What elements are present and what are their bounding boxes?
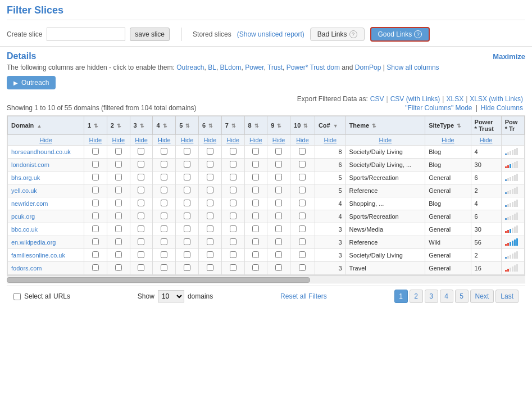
col-domain[interactable]: Domain ▲ — [8, 116, 84, 135]
checkbox-cell[interactable] — [198, 249, 221, 262]
checkbox-cell[interactable] — [221, 210, 244, 223]
domain-link[interactable]: en.wikipedia.org — [11, 239, 56, 246]
horizontal-scrollbar[interactable] — [7, 276, 525, 283]
show-domains-select[interactable]: 10 25 50 100 — [158, 290, 184, 302]
domain-link[interactable]: fodors.com — [11, 265, 42, 272]
checkbox-cell[interactable] — [290, 171, 315, 184]
good-links-button[interactable]: Good Links ? — [370, 27, 430, 42]
export-xlsx-links-link[interactable]: XLSX (with Links) — [470, 95, 523, 103]
hide-col-2[interactable]: Hide — [111, 137, 126, 143]
page-5-button[interactable]: 5 — [455, 290, 469, 303]
hide-col-theme[interactable]: Hide — [349, 137, 422, 143]
col-theme[interactable]: Theme ⇅ — [345, 116, 425, 135]
col-3[interactable]: 3 ⇅ — [130, 116, 153, 135]
checkbox-cell[interactable] — [107, 184, 130, 197]
page-3-button[interactable]: 3 — [425, 290, 438, 303]
checkbox-cell[interactable] — [153, 223, 176, 236]
checkbox-cell[interactable] — [267, 197, 290, 210]
checkbox-cell[interactable] — [176, 197, 199, 210]
checkbox-cell[interactable] — [244, 184, 267, 197]
checkbox-cell[interactable] — [198, 184, 221, 197]
save-slice-button[interactable]: save slice — [130, 28, 170, 41]
checkbox-cell[interactable] — [176, 236, 199, 249]
checkbox-cell[interactable] — [176, 184, 199, 197]
checkbox-cell[interactable] — [267, 171, 290, 184]
checkbox-cell[interactable] — [244, 159, 267, 171]
col-7[interactable]: 7 ⇅ — [221, 116, 244, 135]
hide-col-1[interactable]: Hide — [88, 137, 103, 143]
checkbox-cell[interactable] — [244, 197, 267, 210]
checkbox-cell[interactable] — [130, 210, 153, 223]
hide-col-power[interactable]: Hide — [475, 137, 498, 143]
bl-link[interactable]: BL — [208, 64, 216, 71]
checkbox-cell[interactable] — [107, 236, 130, 249]
hide-columns-link[interactable]: Hide Columns — [481, 104, 523, 112]
checkbox-cell[interactable] — [221, 249, 244, 262]
col-8[interactable]: 8 ⇅ — [244, 116, 267, 135]
checkbox-cell[interactable] — [221, 146, 244, 159]
checkbox-cell[interactable] — [84, 210, 107, 223]
hide-col-7[interactable]: Hide — [225, 137, 241, 143]
checkbox-cell[interactable] — [244, 146, 267, 159]
checkbox-cell[interactable] — [221, 236, 244, 249]
checkbox-cell[interactable] — [176, 146, 199, 159]
hide-col-sitetype[interactable]: Hide — [429, 137, 467, 143]
col-co[interactable]: Co# ▼ — [315, 116, 345, 135]
outreach-link[interactable]: Outreach — [176, 64, 204, 71]
checkbox-cell[interactable] — [244, 210, 267, 223]
checkbox-cell[interactable] — [107, 210, 130, 223]
hide-col-10[interactable]: Hide — [294, 137, 311, 143]
checkbox-cell[interactable] — [198, 210, 221, 223]
checkbox-cell[interactable] — [198, 197, 221, 210]
checkbox-cell[interactable] — [221, 197, 244, 210]
checkbox-cell[interactable] — [290, 146, 315, 159]
next-button[interactable]: Next — [470, 290, 494, 303]
checkbox-cell[interactable] — [130, 197, 153, 210]
checkbox-cell[interactable] — [130, 146, 153, 159]
checkbox-cell[interactable] — [130, 171, 153, 184]
checkbox-cell[interactable] — [130, 249, 153, 262]
col-1[interactable]: 1 ⇅ — [84, 116, 107, 135]
checkbox-cell[interactable] — [244, 223, 267, 236]
hide-col-3[interactable]: Hide — [134, 137, 149, 143]
checkbox-cell[interactable] — [176, 249, 199, 262]
trust-link[interactable]: Trust — [267, 64, 283, 71]
checkbox-cell[interactable] — [221, 159, 244, 171]
checkbox-cell[interactable] — [153, 236, 176, 249]
checkbox-cell[interactable] — [130, 184, 153, 197]
col-5[interactable]: 5 ⇅ — [176, 116, 199, 135]
hide-col-8[interactable]: Hide — [248, 137, 264, 143]
domain-link[interactable]: londonist.com — [11, 161, 49, 168]
checkbox-cell[interactable] — [130, 262, 153, 275]
checkbox-cell[interactable] — [198, 146, 221, 159]
checkbox-cell[interactable] — [107, 171, 130, 184]
checkbox-cell[interactable] — [176, 171, 199, 184]
checkbox-cell[interactable] — [153, 184, 176, 197]
checkbox-cell[interactable] — [290, 184, 315, 197]
checkbox-cell[interactable] — [153, 159, 176, 171]
checkbox-cell[interactable] — [244, 262, 267, 275]
checkbox-cell[interactable] — [107, 223, 130, 236]
checkbox-cell[interactable] — [267, 262, 290, 275]
checkbox-cell[interactable] — [244, 249, 267, 262]
domain-link[interactable]: bhs.org.uk — [11, 174, 40, 181]
checkbox-cell[interactable] — [198, 171, 221, 184]
checkbox-cell[interactable] — [84, 262, 107, 275]
domain-link[interactable]: yell.co.uk — [11, 187, 37, 194]
checkbox-cell[interactable] — [290, 249, 315, 262]
bldom-link[interactable]: BLdom — [220, 64, 242, 71]
checkbox-cell[interactable] — [221, 262, 244, 275]
checkbox-cell[interactable] — [153, 171, 176, 184]
checkbox-cell[interactable] — [221, 171, 244, 184]
checkbox-cell[interactable] — [198, 159, 221, 171]
hide-col-4[interactable]: Hide — [156, 137, 172, 143]
hide-domain-col[interactable]: Hide — [11, 137, 80, 143]
col-6[interactable]: 6 ⇅ — [198, 116, 221, 135]
checkbox-cell[interactable] — [267, 184, 290, 197]
export-csv-links-link[interactable]: CSV (with Links) — [390, 95, 440, 103]
col-4[interactable]: 4 ⇅ — [153, 116, 176, 135]
checkbox-cell[interactable] — [130, 159, 153, 171]
checkbox-cell[interactable] — [107, 249, 130, 262]
create-slice-input[interactable] — [47, 28, 125, 41]
checkbox-cell[interactable] — [107, 159, 130, 171]
